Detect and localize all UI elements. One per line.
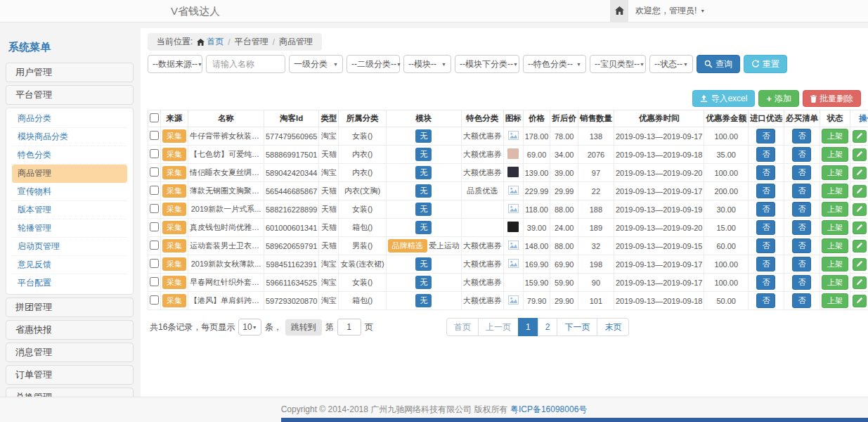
- filter-name-input[interactable]: [206, 55, 285, 73]
- reset-button[interactable]: 重置: [744, 55, 787, 73]
- filter-module[interactable]: --模块--▼: [403, 55, 451, 73]
- jump-button[interactable]: 跳转到: [285, 319, 322, 335]
- filter-item-type[interactable]: --宝贝类型--▼: [590, 55, 646, 73]
- row-checkbox[interactable]: [150, 222, 159, 231]
- filter-status[interactable]: --状态--▼: [649, 55, 693, 73]
- import-select-toggle[interactable]: 否: [756, 220, 775, 235]
- sidebar-item-splash-manage[interactable]: 启动页管理: [12, 238, 127, 256]
- row-checkbox[interactable]: [150, 204, 159, 213]
- edit-button[interactable]: [853, 148, 867, 161]
- add-button[interactable]: + 添加: [758, 90, 799, 107]
- select-all-checkbox[interactable]: [150, 113, 159, 122]
- sidebar-item-platform-config[interactable]: 平台配置: [12, 274, 127, 293]
- status-button[interactable]: 上架: [822, 165, 848, 180]
- page-button-page-1[interactable]: 1: [518, 318, 538, 336]
- page-button-next[interactable]: 下一页: [557, 318, 597, 336]
- batch-delete-button[interactable]: 批量删除: [803, 90, 861, 107]
- must-buy-toggle[interactable]: 否: [792, 165, 811, 180]
- feature-cell: 品质优选: [461, 182, 503, 200]
- sidebar-item-carousel-manage[interactable]: 轮播管理: [12, 219, 127, 238]
- topbar-home-button[interactable]: [610, 0, 628, 22]
- status-button[interactable]: 上架: [822, 147, 848, 162]
- source-cell: 采集: [161, 219, 188, 237]
- must-buy-toggle[interactable]: 否: [792, 293, 811, 308]
- status-button[interactable]: 上架: [822, 257, 848, 271]
- sidebar-group-express[interactable]: 省惠快报: [6, 320, 134, 340]
- sidebar-group-order[interactable]: 订单管理: [6, 365, 134, 385]
- edit-button[interactable]: [853, 276, 867, 289]
- must-buy-toggle[interactable]: 否: [792, 238, 811, 253]
- edit-button[interactable]: [853, 185, 867, 198]
- filter-module-subcategory[interactable]: --模块下分类--▼: [455, 55, 519, 73]
- edit-button[interactable]: [853, 130, 867, 143]
- sidebar-group-message[interactable]: 消息管理: [6, 343, 134, 362]
- must-buy-toggle[interactable]: 否: [792, 202, 811, 217]
- status-button[interactable]: 上架: [822, 129, 848, 143]
- status-button[interactable]: 上架: [822, 293, 848, 308]
- page-button-prev[interactable]: 上一页: [478, 318, 519, 336]
- sidebar-item-feature-category[interactable]: 特色分类: [12, 146, 127, 165]
- filter-level1-category[interactable]: 一级分类▼: [289, 55, 343, 73]
- import-select-toggle[interactable]: 否: [756, 165, 775, 180]
- edit-button[interactable]: [853, 167, 867, 179]
- status-button[interactable]: 上架: [822, 275, 848, 290]
- breadcrumb-home-link[interactable]: 首页: [197, 36, 224, 48]
- row-checkbox[interactable]: [150, 131, 159, 140]
- row-checkbox[interactable]: [150, 241, 159, 250]
- column-header-category: 所属分类: [339, 110, 386, 127]
- import-excel-button[interactable]: 导入excel: [692, 90, 755, 107]
- sidebar-item-feedback[interactable]: 意见反馈: [12, 256, 127, 274]
- page-size-select[interactable]: 10 ▼: [238, 319, 261, 335]
- import-select-toggle[interactable]: 否: [756, 275, 775, 290]
- must-buy-toggle[interactable]: 否: [792, 257, 811, 271]
- sidebar-item-goods-category[interactable]: 商品分类: [12, 110, 127, 128]
- filter-feature-category[interactable]: --特色分类--▼: [523, 55, 586, 73]
- edit-button[interactable]: [853, 295, 867, 307]
- edit-button[interactable]: [853, 258, 867, 271]
- must-buy-toggle[interactable]: 否: [792, 184, 811, 198]
- sidebar-item-module-goods-category[interactable]: 模块商品分类: [12, 128, 127, 146]
- sidebar-item-version-manage[interactable]: 版本管理: [12, 201, 127, 219]
- status-button[interactable]: 上架: [822, 238, 848, 253]
- page-button-first[interactable]: 首页: [446, 318, 479, 336]
- sidebar-group-platform[interactable]: 平台管理: [6, 85, 134, 105]
- edit-button[interactable]: [853, 222, 867, 234]
- import-select-toggle[interactable]: 否: [756, 257, 775, 271]
- filter-data-source[interactable]: --数据来源--▼: [148, 55, 202, 73]
- column-header-feature: 特色分类: [461, 110, 503, 127]
- status-button[interactable]: 上架: [822, 220, 848, 235]
- row-checkbox[interactable]: [150, 277, 159, 286]
- row-checkbox[interactable]: [150, 186, 159, 195]
- import-select-toggle[interactable]: 否: [756, 293, 775, 308]
- user-menu[interactable]: 欢迎您，管理员! ▼: [635, 0, 705, 22]
- must-buy-toggle[interactable]: 否: [792, 220, 811, 235]
- page-button-last[interactable]: 末页: [597, 318, 629, 336]
- sidebar-group-user[interactable]: 用户管理: [6, 63, 134, 82]
- filter-level2-category[interactable]: --二级分类--▼: [346, 55, 400, 73]
- import-select-toggle[interactable]: 否: [756, 129, 775, 143]
- page-number-input[interactable]: [337, 319, 361, 335]
- row-checkbox[interactable]: [150, 149, 159, 158]
- row-checkbox[interactable]: [150, 295, 159, 305]
- must-buy-toggle[interactable]: 否: [792, 129, 811, 143]
- import-select-toggle[interactable]: 否: [756, 238, 775, 253]
- row-checkbox[interactable]: [150, 167, 159, 177]
- import-select-toggle[interactable]: 否: [756, 202, 775, 217]
- category-cell: 女装(): [339, 127, 386, 146]
- status-button[interactable]: 上架: [822, 184, 848, 198]
- category-cell: 箱包(): [339, 219, 386, 237]
- row-checkbox[interactable]: [150, 259, 159, 268]
- edit-button[interactable]: [853, 240, 867, 252]
- search-button[interactable]: 查询: [697, 55, 740, 73]
- status-button[interactable]: 上架: [822, 202, 848, 217]
- edit-button[interactable]: [853, 203, 867, 216]
- must-buy-toggle[interactable]: 否: [792, 275, 811, 290]
- must-buy-toggle[interactable]: 否: [792, 147, 811, 162]
- import-select-toggle[interactable]: 否: [756, 184, 775, 198]
- sidebar-group-groupbuy[interactable]: 拼团管理: [6, 298, 134, 317]
- sidebar-item-goods-manage[interactable]: 商品管理: [12, 165, 127, 183]
- icp-link[interactable]: 粤ICP备16098006号: [510, 404, 587, 414]
- sidebar-item-promo-material[interactable]: 宣传物料: [12, 183, 127, 201]
- page-button-page-2[interactable]: 2: [538, 318, 558, 336]
- import-select-toggle[interactable]: 否: [756, 147, 775, 162]
